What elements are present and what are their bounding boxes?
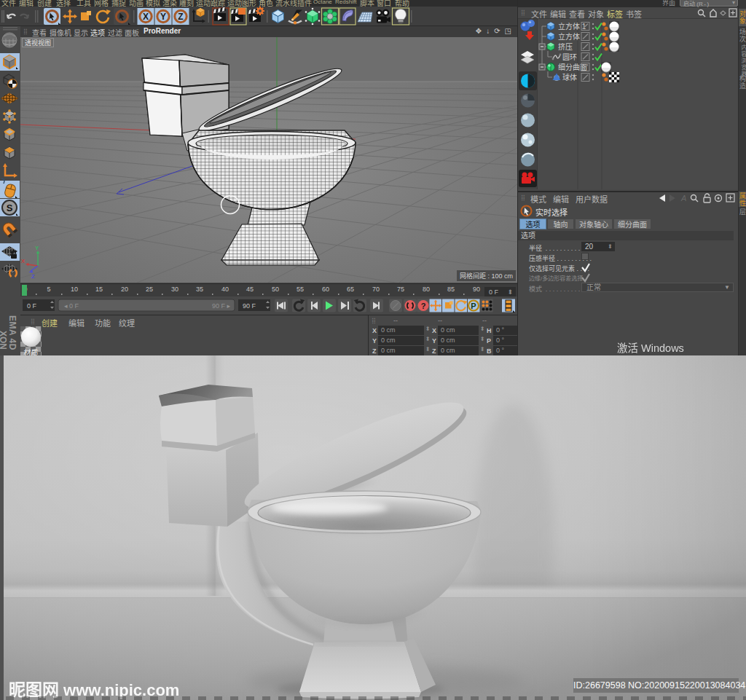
svg-text:30: 30 — [171, 286, 178, 293]
svg-text:45: 45 — [246, 286, 254, 293]
svg-text:90 F: 90 F — [243, 302, 256, 310]
svg-text:P: P — [471, 302, 476, 310]
svg-text:70: 70 — [372, 286, 380, 293]
svg-text:细分曲面: 细分曲面 — [558, 63, 587, 71]
svg-text:40: 40 — [221, 286, 229, 293]
svg-text:立方体: 立方体 — [558, 32, 580, 41]
svg-text:5: 5 — [47, 286, 50, 293]
svg-text:35: 35 — [196, 286, 203, 293]
svg-text:X: X — [143, 12, 149, 22]
svg-text:Y: Y — [35, 245, 39, 251]
svg-text:80: 80 — [423, 286, 430, 293]
svg-text:挤压: 挤压 — [558, 42, 573, 51]
svg-text:Y: Y — [160, 12, 166, 22]
svg-text:90: 90 — [473, 286, 480, 293]
svg-text:75: 75 — [397, 286, 404, 293]
svg-text:65: 65 — [347, 286, 354, 293]
svg-text:85: 85 — [447, 286, 455, 293]
svg-text:S: S — [7, 202, 13, 213]
svg-text:◂ 0 F: ◂ 0 F — [64, 302, 79, 310]
svg-text:立方体 1: 立方体 1 — [558, 22, 586, 31]
svg-text:Z: Z — [31, 273, 35, 280]
svg-text:A: A — [680, 194, 686, 202]
svg-text:10: 10 — [71, 286, 78, 293]
svg-text:X: X — [21, 258, 25, 264]
svg-text:90 F ▸: 90 F ▸ — [212, 302, 231, 310]
svg-text:25: 25 — [146, 286, 153, 293]
svg-text:55: 55 — [297, 286, 304, 293]
svg-text:圆环: 圆环 — [562, 53, 577, 61]
svg-text:?: ? — [421, 302, 426, 310]
svg-text:球体: 球体 — [562, 73, 577, 82]
svg-text:20: 20 — [121, 286, 128, 293]
svg-text:0 F: 0 F — [27, 302, 37, 310]
svg-text:Z: Z — [178, 12, 183, 22]
svg-text:50: 50 — [272, 286, 279, 293]
svg-text:15: 15 — [95, 286, 103, 293]
svg-text:60: 60 — [322, 286, 329, 293]
